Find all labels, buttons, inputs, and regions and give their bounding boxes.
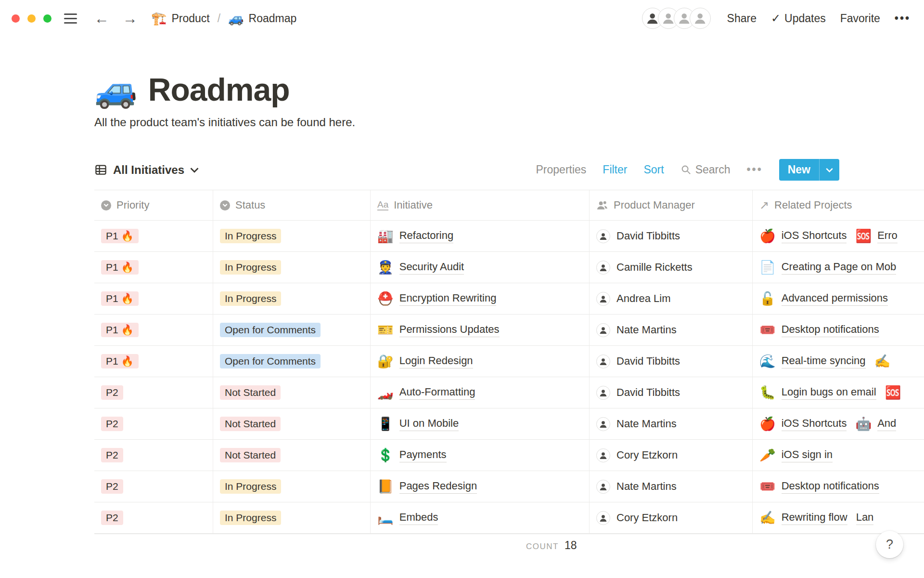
status-cell[interactable]: Not Started (213, 377, 371, 408)
column-header-status[interactable]: Status (213, 190, 371, 220)
related-projects-cell[interactable]: 🎟️Desktop notifications (753, 315, 924, 345)
table-row[interactable]: P2 Not Started 📱 UI on Mobile Nate Marti… (94, 408, 924, 440)
related-page-link[interactable]: And (877, 417, 896, 431)
product-manager-cell[interactable]: Andrea Lim (590, 283, 753, 314)
status-cell[interactable]: Open for Comments (213, 346, 371, 377)
related-page-link[interactable]: Erro (877, 229, 898, 243)
related-page-link[interactable]: iOS Shortcuts (782, 417, 847, 431)
related-project[interactable]: 🔓Advanced permissions (759, 292, 888, 306)
breadcrumb-item-roadmap[interactable]: 🚙 Roadmap (228, 11, 296, 26)
product-manager-cell[interactable]: Camille Ricketts (590, 252, 753, 283)
product-manager-cell[interactable]: Cory Etzkorn (590, 440, 753, 471)
related-project[interactable]: 🎟️Desktop notifications (759, 323, 879, 337)
initiative-page-link[interactable]: Encryption Rewriting (399, 292, 497, 306)
related-project[interactable]: 🍎iOS Shortcuts (759, 417, 847, 431)
filter-button[interactable]: Filter (603, 163, 627, 176)
related-page-link[interactable]: Real-time syncing (782, 355, 866, 368)
related-projects-cell[interactable]: 🌊Real-time syncing✍️ (753, 346, 924, 377)
related-project[interactable]: Lan (856, 511, 874, 525)
table-row[interactable]: P2 In Progress 🛏️ Embeds Cory Etzkorn ✍️… (94, 502, 924, 534)
page-icon[interactable]: 🚙 (94, 72, 138, 107)
updates-button[interactable]: ✓ Updates (771, 12, 826, 25)
product-manager-cell[interactable]: David Tibbitts (590, 346, 753, 377)
count[interactable]: COUNT 18 (526, 539, 577, 552)
related-project[interactable]: 🌊Real-time syncing (759, 355, 866, 368)
new-button-dropdown[interactable] (819, 159, 839, 181)
column-header-product-manager[interactable]: Product Manager (590, 190, 753, 220)
share-button[interactable]: Share (727, 12, 757, 25)
properties-button[interactable]: Properties (536, 163, 587, 176)
initiative-page-link[interactable]: Payments (399, 448, 447, 462)
product-manager-cell[interactable]: David Tibbitts (590, 377, 753, 408)
more-options-icon[interactable]: ••• (895, 12, 911, 25)
related-project[interactable]: 📄Creating a Page on Mob (759, 261, 896, 275)
initiative-page-link[interactable]: Embeds (399, 511, 438, 525)
related-page-link[interactable]: Desktop notifications (782, 323, 879, 337)
initiative-cell[interactable]: ⛑️ Encryption Rewriting (371, 283, 590, 314)
close-window-button[interactable] (12, 14, 20, 23)
related-project[interactable]: 🆘Erro (855, 229, 897, 243)
initiative-page-link[interactable]: Auto-Formatting (399, 386, 475, 400)
column-header-priority[interactable]: Priority (94, 190, 213, 220)
initiative-cell[interactable]: 🏎️ Auto-Formatting (371, 377, 590, 408)
table-row[interactable]: P1 🔥 Open for Comments 🔐 Login Redesign … (94, 346, 924, 377)
related-project[interactable]: 🐛Login bugs on email (759, 386, 876, 400)
initiative-cell[interactable]: 🏭 Refactoring (371, 221, 590, 251)
related-projects-cell[interactable]: 🐛Login bugs on email🆘 (753, 377, 924, 408)
table-row[interactable]: P1 🔥 In Progress 🏭 Refactoring David Tib… (94, 221, 924, 252)
column-header-initiative[interactable]: AaInitiative (371, 190, 590, 220)
table-row[interactable]: P2 In Progress 📙 Pages Redesign Nate Mar… (94, 471, 924, 502)
priority-cell[interactable]: P2 (94, 408, 213, 439)
new-button[interactable]: New (779, 159, 839, 181)
initiative-cell[interactable]: 💲 Payments (371, 440, 590, 471)
search-button[interactable]: Search (680, 163, 731, 176)
initiative-page-link[interactable]: UI on Mobile (399, 417, 459, 431)
initiative-page-link[interactable]: Pages Redesign (399, 480, 477, 494)
related-page-link[interactable]: Login bugs on email (782, 386, 876, 400)
product-manager-cell[interactable]: Nate Martins (590, 315, 753, 345)
priority-cell[interactable]: P2 (94, 440, 213, 471)
new-button-label[interactable]: New (779, 159, 819, 181)
page-title[interactable]: Roadmap (148, 71, 290, 108)
priority-cell[interactable]: P1 🔥 (94, 221, 213, 251)
breadcrumb-item-product[interactable]: 🏗️ Product (151, 11, 210, 26)
table-row[interactable]: P1 🔥 Open for Comments 🎫 Permissions Upd… (94, 315, 924, 346)
status-cell[interactable]: Not Started (213, 440, 371, 471)
help-button[interactable]: ? (876, 531, 903, 558)
status-cell[interactable]: In Progress (213, 502, 371, 533)
initiative-cell[interactable]: 📙 Pages Redesign (371, 471, 590, 502)
back-button[interactable]: ← (94, 11, 109, 26)
related-page-link[interactable]: iOS sign in (782, 448, 833, 462)
table-row[interactable]: P1 🔥 In Progress ⛑️ Encryption Rewriting… (94, 283, 924, 315)
view-switcher[interactable]: All Initiatives (94, 163, 199, 177)
favorite-button[interactable]: Favorite (840, 12, 880, 25)
related-project[interactable]: ✍️Rewriting flow (759, 511, 847, 525)
related-page-link[interactable]: Desktop notifications (782, 480, 879, 494)
priority-cell[interactable]: P1 🔥 (94, 315, 213, 345)
related-projects-cell[interactable]: 🔓Advanced permissions (753, 283, 924, 314)
initiative-page-link[interactable]: Refactoring (399, 229, 454, 243)
related-page-link[interactable]: iOS Shortcuts (782, 229, 847, 243)
related-page-link[interactable]: Lan (856, 511, 874, 525)
status-cell[interactable]: Open for Comments (213, 315, 371, 345)
page-description[interactable]: All the product team's initiatives can b… (94, 116, 924, 129)
related-project[interactable]: 🤖And (855, 417, 896, 431)
initiative-cell[interactable]: 🔐 Login Redesign (371, 346, 590, 377)
priority-cell[interactable]: P1 🔥 (94, 283, 213, 314)
table-row[interactable]: P1 🔥 In Progress 👮 Security Audit Camill… (94, 252, 924, 283)
status-cell[interactable]: In Progress (213, 471, 371, 502)
initiative-page-link[interactable]: Permissions Updates (399, 323, 500, 337)
avatar-stack[interactable] (642, 8, 711, 29)
sort-button[interactable]: Sort (643, 163, 664, 176)
initiative-cell[interactable]: 🛏️ Embeds (371, 502, 590, 533)
sidebar-menu-icon[interactable] (64, 13, 77, 24)
column-header-related-projects[interactable]: ↗Related Projects (753, 190, 924, 220)
priority-cell[interactable]: P1 🔥 (94, 252, 213, 283)
zoom-window-button[interactable] (43, 14, 51, 23)
related-project[interactable]: 🥕iOS sign in (759, 448, 833, 462)
priority-cell[interactable]: P1 🔥 (94, 346, 213, 377)
status-cell[interactable]: In Progress (213, 221, 371, 251)
forward-button[interactable]: → (123, 11, 138, 26)
related-page-link[interactable]: Rewriting flow (782, 511, 847, 525)
related-project[interactable]: ✍️ (874, 355, 897, 368)
